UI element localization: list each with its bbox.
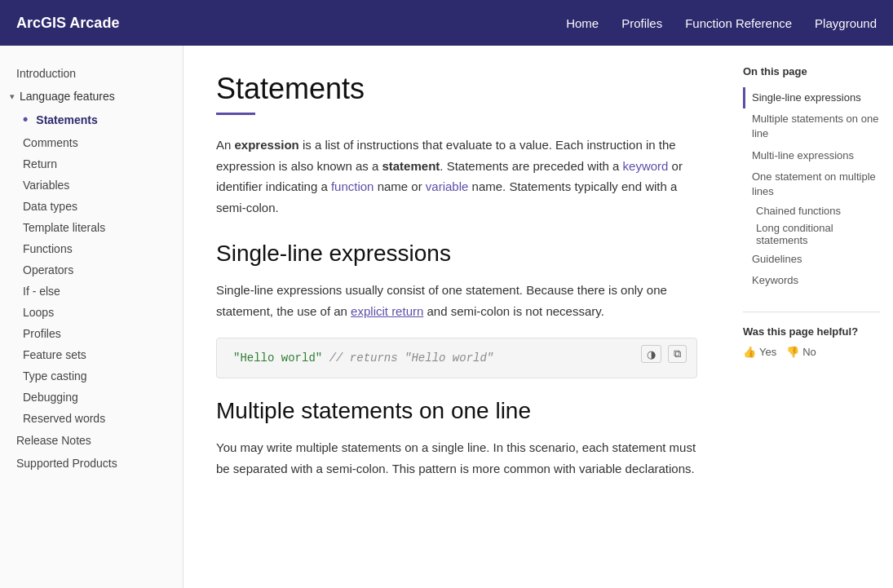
- sidebar-section-language-features[interactable]: ▾ Language features: [0, 85, 183, 107]
- sidebar-item-variables[interactable]: Variables: [7, 175, 183, 196]
- keyword-link[interactable]: keyword: [623, 159, 669, 173]
- sidebar-item-comments[interactable]: Comments: [7, 132, 183, 153]
- sidebar-item-statements[interactable]: Statements: [7, 107, 183, 132]
- nav-playground[interactable]: Playground: [815, 16, 877, 30]
- toc-item-multiple-statements[interactable]: Multiple statements on one line: [743, 108, 880, 144]
- intro-text-4: name or: [374, 179, 425, 193]
- sidebar-item-functions[interactable]: Functions: [7, 238, 183, 259]
- nav-links: Home Profiles Function Reference Playgro…: [566, 16, 877, 30]
- chevron-down-icon: ▾: [10, 91, 15, 102]
- sidebar-item-operators[interactable]: Operators: [7, 259, 183, 281]
- explicit-return-link[interactable]: explicit return: [351, 304, 423, 318]
- sidebar: Introduction ▾ Language features Stateme…: [0, 46, 183, 588]
- helpful-buttons: 👍 Yes 👎 No: [743, 346, 880, 358]
- intro-paragraph: An expression is a list of instructions …: [216, 135, 697, 218]
- sidebar-item-reserved-words[interactable]: Reserved words: [7, 408, 183, 429]
- toc-item-multi-line[interactable]: Multi-line expressions: [743, 145, 880, 166]
- code-toolbar: ◑ ⧉: [641, 345, 687, 363]
- code-string: "Hello world": [233, 351, 322, 365]
- sidebar-item-feature-sets[interactable]: Feature sets: [7, 344, 183, 365]
- single-line-text-after: and semi-colon is not necessary.: [423, 304, 604, 318]
- toc-item-single-line[interactable]: Single-line expressions: [743, 87, 880, 108]
- sidebar-item-return[interactable]: Return: [7, 153, 183, 175]
- toc-item-one-statement[interactable]: One statement on multiple lines: [743, 166, 880, 202]
- sidebar-item-if-else[interactable]: If - else: [7, 281, 183, 302]
- thumbs-up-icon: 👍: [743, 346, 756, 358]
- sidebar-item-data-types[interactable]: Data types: [7, 196, 183, 217]
- right-sidebar-toc: On this page Single-line expressions Mul…: [730, 46, 893, 588]
- section-title-single-line: Single-line expressions: [216, 241, 697, 267]
- intro-text-2: . Statements are preceded with a: [440, 159, 622, 173]
- no-label: No: [802, 346, 816, 358]
- helpful-yes-button[interactable]: 👍 Yes: [743, 346, 776, 358]
- thumbs-down-icon: 👎: [786, 346, 799, 358]
- page-layout: Introduction ▾ Language features Stateme…: [0, 46, 893, 588]
- helpful-title: Was this page helpful?: [743, 325, 880, 338]
- sidebar-item-type-casting[interactable]: Type casting: [7, 365, 183, 387]
- nav-profiles[interactable]: Profiles: [621, 16, 662, 30]
- helpful-section: Was this page helpful? 👍 Yes 👎 No: [743, 312, 880, 358]
- sidebar-item-supported-products[interactable]: Supported Products: [0, 452, 183, 475]
- section-text-multiple-statements: You may write multiple statements on a s…: [216, 437, 697, 479]
- bold-expression: expression: [235, 138, 299, 152]
- toc-list: Single-line expressions Multiple stateme…: [743, 87, 880, 292]
- copy-button[interactable]: ⧉: [668, 345, 687, 363]
- sidebar-section-label: Language features: [20, 90, 115, 103]
- site-logo: ArcGIS Arcade: [16, 15, 566, 32]
- section-text-single-line: Single-line expressions usually consist …: [216, 280, 697, 321]
- function-link[interactable]: function: [331, 179, 374, 193]
- sidebar-item-template-literals[interactable]: Template literals: [7, 217, 183, 238]
- bold-statement: statement: [382, 159, 440, 173]
- sidebar-sub-items: Statements Comments Return Variables Dat…: [0, 107, 183, 429]
- top-navigation: ArcGIS Arcade Home Profiles Function Ref…: [0, 0, 893, 46]
- sidebar-item-profiles[interactable]: Profiles: [7, 323, 183, 344]
- toc-item-guidelines[interactable]: Guidelines: [743, 249, 880, 270]
- nav-home[interactable]: Home: [566, 16, 599, 30]
- helpful-no-button[interactable]: 👎 No: [786, 346, 816, 358]
- toc-title: On this page: [743, 65, 880, 77]
- sidebar-item-release-notes[interactable]: Release Notes: [0, 429, 183, 452]
- theme-toggle-button[interactable]: ◑: [641, 345, 661, 363]
- title-underline: [216, 113, 255, 115]
- code-block-hello-world: ◑ ⧉ "Hello world" // returns "Hello worl…: [216, 338, 697, 378]
- sidebar-item-introduction[interactable]: Introduction: [0, 62, 183, 85]
- sidebar-item-debugging[interactable]: Debugging: [7, 387, 183, 408]
- yes-label: Yes: [759, 346, 776, 358]
- nav-function-reference[interactable]: Function Reference: [685, 16, 792, 30]
- code-comment: // returns "Hello world": [329, 351, 494, 365]
- sidebar-item-loops[interactable]: Loops: [7, 302, 183, 323]
- toc-item-chained-functions[interactable]: Chained functions: [743, 202, 880, 219]
- main-content: Statements An expression is a list of in…: [183, 46, 730, 588]
- toc-item-long-conditional[interactable]: Long conditional statements: [743, 219, 880, 249]
- toc-item-keywords[interactable]: Keywords: [743, 270, 880, 291]
- section-title-multiple-statements: Multiple statements on one line: [216, 398, 697, 424]
- variable-link[interactable]: variable: [426, 179, 469, 193]
- page-title: Statements: [216, 72, 697, 106]
